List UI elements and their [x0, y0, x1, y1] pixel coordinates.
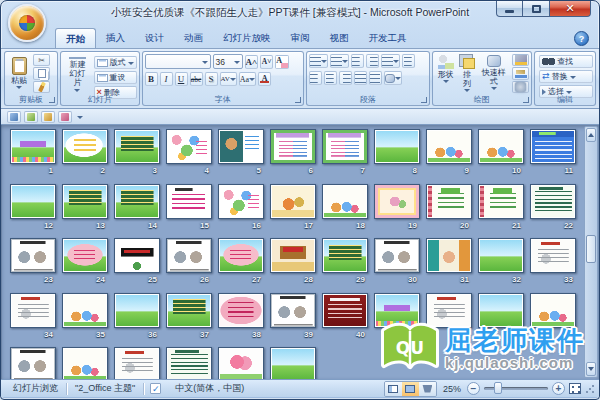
font-dialog-launcher[interactable] — [295, 97, 301, 103]
new-slide-button[interactable]: 新建 幻灯片 — [63, 54, 91, 93]
slide-thumbnail-2[interactable] — [62, 129, 108, 164]
numbering-button[interactable] — [330, 54, 349, 68]
scroll-down-button[interactable] — [586, 362, 596, 376]
underline-button[interactable]: U — [175, 72, 188, 86]
align-center-button[interactable] — [324, 71, 337, 85]
slide-thumbnail-8[interactable] — [374, 129, 420, 164]
columns-button[interactable] — [369, 71, 382, 85]
quick-access-button-2[interactable] — [24, 111, 38, 123]
slide-thumbnail-47[interactable] — [114, 347, 160, 379]
spell-check-icon[interactable]: ✓ — [150, 383, 161, 394]
line-spacing-button[interactable] — [381, 54, 400, 68]
slide-thumbnail-24[interactable] — [62, 238, 108, 273]
slide-thumbnail-50[interactable] — [270, 347, 316, 379]
slide-thumbnail-4[interactable] — [166, 129, 212, 164]
paste-dropdown-arrow[interactable] — [16, 86, 22, 89]
slide-thumbnail-5[interactable] — [218, 129, 264, 164]
shape-outline-button[interactable] — [512, 67, 529, 79]
slide-thumbnail-1[interactable] — [10, 129, 56, 164]
status-language[interactable]: 中文(简体，中国) — [167, 382, 252, 395]
slide-thumbnail-18[interactable] — [322, 184, 368, 219]
slide-thumbnail-25[interactable] — [114, 238, 160, 273]
tab-幻灯片放映[interactable]: 幻灯片放映 — [213, 28, 281, 48]
slide-thumbnail-17[interactable] — [270, 184, 316, 219]
slide-thumbnail-40[interactable] — [322, 293, 368, 328]
slide-thumbnail-12[interactable] — [10, 184, 56, 219]
fit-to-window-button[interactable] — [569, 383, 581, 394]
slide-thumbnail-19[interactable] — [374, 184, 420, 219]
drawing-dialog-launcher[interactable] — [523, 97, 529, 103]
customize-quick-access-toolbar-button[interactable] — [77, 116, 83, 119]
convert-smartart-button[interactable] — [384, 71, 402, 85]
zoom-slider[interactable] — [484, 387, 548, 390]
italic-button[interactable]: I — [160, 72, 173, 86]
paragraph-dialog-launcher[interactable] — [421, 97, 427, 103]
slide-sorter-view-button[interactable] — [402, 382, 419, 396]
find-button[interactable]: 查找 — [539, 55, 593, 68]
text-direction-button[interactable] — [402, 54, 415, 68]
slide-thumbnail-13[interactable] — [62, 184, 108, 219]
font-name-combo[interactable] — [145, 54, 211, 69]
format-painter-button[interactable] — [33, 81, 50, 93]
shape-fill-button[interactable] — [512, 54, 529, 66]
normal-view-button[interactable] — [385, 382, 402, 396]
resize-grip[interactable] — [585, 384, 595, 394]
bullets-button[interactable] — [309, 54, 328, 68]
help-button[interactable]: ? — [574, 31, 589, 46]
align-left-button[interactable] — [309, 71, 322, 85]
replace-button[interactable]: ⇄ 替换 — [539, 70, 593, 83]
tab-插入[interactable]: 插入 — [96, 28, 135, 48]
slide-thumbnail-7[interactable] — [322, 129, 368, 164]
slide-thumbnail-16[interactable] — [218, 184, 264, 219]
copy-button[interactable] — [33, 67, 50, 79]
shape-effects-button[interactable] — [512, 81, 529, 93]
shrink-font-button[interactable]: A˅ — [260, 55, 273, 69]
slide-thumbnail-49[interactable] — [218, 347, 264, 379]
quick-access-button-3[interactable] — [41, 111, 55, 123]
slide-thumbnail-48[interactable] — [166, 347, 212, 379]
maximize-button[interactable] — [523, 1, 549, 17]
tab-设计[interactable]: 设计 — [135, 28, 174, 48]
slide-thumbnail-3[interactable] — [114, 129, 160, 164]
clear-formatting-button[interactable]: A — [275, 55, 289, 69]
reset-button[interactable]: 重设 — [94, 71, 137, 84]
slide-thumbnail-34[interactable] — [10, 293, 56, 328]
paste-button[interactable]: 粘贴 — [7, 54, 31, 93]
slide-thumbnail-11[interactable] — [530, 129, 576, 164]
slide-thumbnail-28[interactable] — [270, 238, 316, 273]
vertical-scrollbar[interactable] — [584, 126, 598, 378]
slide-thumbnail-14[interactable] — [114, 184, 160, 219]
slide-thumbnail-32[interactable] — [478, 238, 524, 273]
arrange-button[interactable]: 排列 — [457, 54, 478, 93]
slide-thumbnail-46[interactable] — [62, 347, 108, 379]
slide-thumbnail-35[interactable] — [62, 293, 108, 328]
change-case-button[interactable]: Aa — [239, 72, 256, 86]
decrease-indent-button[interactable] — [351, 54, 364, 68]
layout-button[interactable]: 版式 — [94, 56, 137, 69]
slide-thumbnail-29[interactable] — [322, 238, 368, 273]
slide-thumbnail-21[interactable] — [478, 184, 524, 219]
slide-thumbnail-26[interactable] — [166, 238, 212, 273]
slide-thumbnail-6[interactable] — [270, 129, 316, 164]
zoom-slider-thumb[interactable] — [494, 382, 502, 394]
grow-font-button[interactable]: A˄ — [245, 55, 259, 69]
scrollbar-thumb[interactable] — [586, 235, 596, 263]
slide-thumbnail-33[interactable] — [530, 238, 576, 273]
slide-thumbnail-22[interactable] — [530, 184, 576, 219]
quick-access-button-4[interactable] — [58, 111, 72, 123]
increase-indent-button[interactable] — [366, 54, 379, 68]
slide-thumbnail-9[interactable] — [426, 129, 472, 164]
text-shadow-button[interactable]: S — [205, 72, 218, 86]
zoom-out-button[interactable]: − — [467, 382, 480, 395]
slide-thumbnail-30[interactable] — [374, 238, 420, 273]
slide-thumbnail-45[interactable] — [10, 347, 56, 379]
slide-thumbnail-31[interactable] — [426, 238, 472, 273]
quick-styles-button[interactable]: 快速样式 — [478, 54, 511, 93]
shapes-button[interactable]: 形状 — [435, 54, 457, 93]
slide-thumbnail-37[interactable] — [166, 293, 212, 328]
close-button[interactable]: ✕ — [549, 1, 591, 17]
new-slide-dropdown-arrow[interactable] — [74, 89, 80, 92]
font-color-button[interactable]: A — [258, 72, 271, 86]
scroll-up-button[interactable] — [586, 128, 596, 142]
slideshow-view-button[interactable] — [419, 382, 436, 396]
